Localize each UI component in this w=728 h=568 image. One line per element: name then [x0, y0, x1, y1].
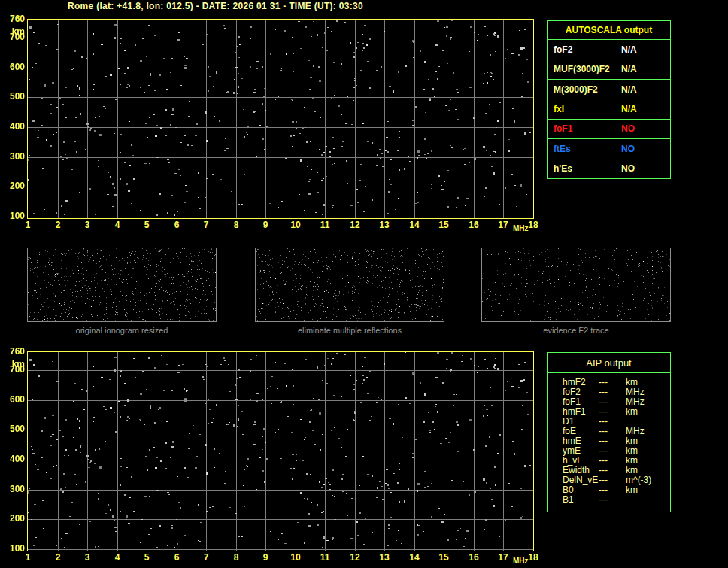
x-tick-label: 4 — [106, 553, 129, 563]
thumbnail-canvas — [28, 248, 216, 321]
autoscala-row-label: foF2 — [548, 40, 611, 59]
y-tick-label: 600 — [0, 62, 25, 72]
x-tick-label: 14 — [403, 220, 426, 230]
x-tick-label: 9 — [254, 220, 277, 230]
autoscala-row-label: MUF(3000)F2 — [548, 59, 611, 78]
x-tick-label: 16 — [463, 553, 485, 563]
x-tick-label: 5 — [135, 553, 158, 563]
x-tick-label: 2 — [47, 220, 69, 230]
thumbnail-original-ionogram — [27, 248, 217, 322]
page-title: Rome (lat: +41.8, lon: 012.5) - DATE: 20… — [68, 1, 363, 11]
x-tick-label: 7 — [195, 553, 217, 563]
autoscala-screen: Rome (lat: +41.8, lon: 012.5) - DATE: 20… — [0, 0, 728, 568]
ionogram-plot-bottom — [27, 351, 534, 551]
x-tick-label: 15 — [432, 220, 455, 230]
ionogram-plot-top — [27, 19, 534, 219]
x-tick-label: 1 — [17, 553, 39, 563]
x-tick-label: 13 — [373, 553, 396, 563]
autoscala-row: h'EsNO — [548, 159, 670, 178]
aip-table-title: AIP output — [548, 353, 670, 373]
x-tick-label: 10 — [284, 220, 307, 230]
aip-row: DelN_vE---m^(-3) — [563, 475, 670, 485]
x-tick-label: 17 — [492, 220, 514, 230]
autoscala-row: M(3000)F2N/A — [548, 80, 670, 99]
aip-row: D1--- — [563, 417, 670, 427]
y-tick-label: 760 — [0, 347, 25, 357]
x-tick-label: 6 — [165, 220, 188, 230]
ionogram-canvas-bottom — [28, 352, 533, 551]
autoscala-table-rows: foF2N/AMUF(3000)F2N/AM(3000)F2N/AfxIN/Af… — [548, 40, 670, 178]
autoscala-row-label: fxI — [548, 99, 611, 118]
x-tick-label: 12 — [344, 220, 366, 230]
autoscala-row: MUF(3000)F2N/A — [548, 59, 670, 79]
mhz-unit-label: MHz — [513, 557, 529, 565]
autoscala-row: foF2N/A — [548, 40, 670, 59]
y-tick-label: 200 — [0, 181, 25, 191]
thumbnail-canvas — [482, 248, 670, 321]
x-tick-label: 13 — [373, 220, 396, 230]
km-unit-label: km — [0, 27, 25, 37]
x-tick-label: 11 — [314, 220, 336, 230]
ionogram-canvas-top — [28, 20, 533, 218]
y-tick-label: 760 — [0, 14, 25, 24]
x-tick-label: 14 — [403, 553, 426, 563]
x-tick-label: 5 — [135, 220, 158, 230]
y-tick-label: 500 — [0, 92, 25, 102]
x-tick-label: 8 — [225, 220, 247, 230]
y-tick-label: 500 — [0, 424, 25, 434]
x-tick-label: 2 — [47, 553, 69, 563]
y-tick-label: 200 — [0, 514, 25, 524]
x-tick-label: 16 — [463, 220, 485, 230]
autoscala-row-value: NO — [611, 159, 670, 178]
x-tick-label: 9 — [254, 553, 277, 563]
autoscala-table-title: AUTOSCALA output — [548, 21, 670, 40]
aip-row-value: --- — [599, 495, 626, 505]
x-tick-label: 12 — [344, 553, 366, 563]
x-tick-label: 15 — [432, 553, 455, 563]
y-tick-label: 300 — [0, 484, 25, 494]
autoscala-row: fxIN/A — [548, 99, 670, 119]
x-tick-label: 3 — [76, 553, 99, 563]
autoscala-row: foF1NO — [548, 120, 670, 139]
thumbnail-canvas — [256, 248, 444, 321]
autoscala-row-label: h'Es — [548, 159, 611, 178]
autoscala-row-value: NO — [611, 139, 670, 158]
x-tick-label: 3 — [76, 220, 99, 230]
y-tick-label: 400 — [0, 454, 25, 464]
autoscala-row-value: N/A — [611, 99, 670, 118]
autoscala-row-value: N/A — [611, 40, 670, 59]
autoscala-output-table: AUTOSCALA output foF2N/AMUF(3000)F2N/AM(… — [547, 20, 671, 179]
thumbnail-caption: eliminate multiple reflections — [255, 326, 444, 336]
aip-row: hmF1---km — [563, 407, 670, 417]
x-tick-label: 8 — [225, 553, 247, 563]
km-unit-label: km — [0, 360, 25, 369]
y-tick-label: 400 — [0, 122, 25, 132]
y-tick-label: 300 — [0, 152, 25, 162]
autoscala-row-value: N/A — [611, 59, 670, 78]
thumbnail-evidence-f2-trace — [481, 248, 671, 322]
thumbnail-eliminate-reflections — [255, 248, 444, 322]
aip-row-unit: km — [626, 485, 670, 495]
x-tick-label: 10 — [284, 553, 307, 563]
autoscala-row-label: ftEs — [548, 139, 611, 158]
mhz-unit-label: MHz — [513, 224, 529, 232]
aip-row-label: B1 — [563, 495, 599, 505]
x-tick-label: 11 — [314, 553, 336, 563]
autoscala-row-value: N/A — [611, 80, 670, 99]
aip-row-unit: km — [626, 407, 670, 417]
aip-table-rows: hmF2---kmfoF2---MHzfoF1---MHzhmF1---kmD1… — [548, 373, 670, 505]
aip-row: B1--- — [563, 495, 670, 505]
x-tick-label: 7 — [195, 220, 217, 230]
thumbnail-caption: original ionogram resized — [27, 326, 217, 336]
x-tick-label: 4 — [106, 220, 129, 230]
autoscala-row-label: M(3000)F2 — [548, 80, 611, 99]
thumbnail-caption: evidence F2 trace — [481, 326, 671, 336]
aip-output-table: AIP output hmF2---kmfoF2---MHzfoF1---MHz… — [547, 352, 671, 512]
aip-row: B0---km — [563, 485, 670, 495]
autoscala-row-label: foF1 — [548, 120, 611, 138]
x-tick-label: 1 — [17, 220, 39, 230]
y-tick-label: 600 — [0, 395, 25, 405]
autoscala-row-value: NO — [611, 120, 670, 138]
autoscala-row: ftEsNO — [548, 139, 670, 159]
x-tick-label: 17 — [492, 553, 514, 563]
